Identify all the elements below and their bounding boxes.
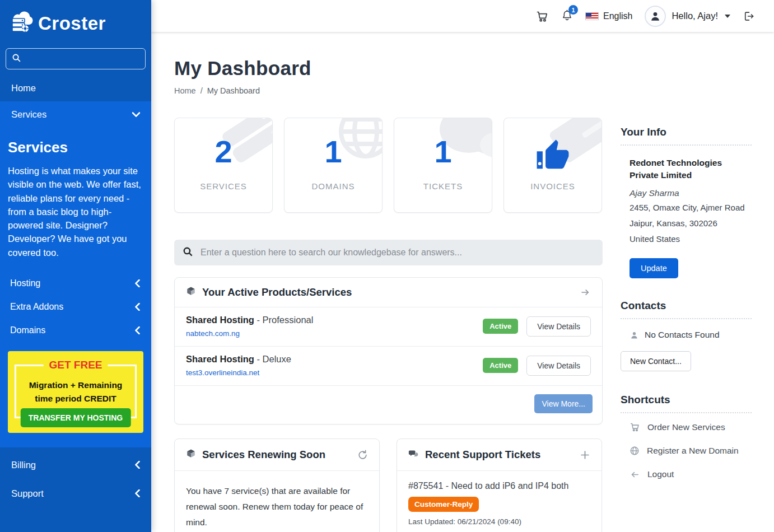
breadcrumb-home[interactable]: Home — [174, 86, 196, 95]
sidebar-item-label: Billing — [11, 460, 36, 470]
renewing-soon-text: You have 7 service(s) that are available… — [175, 471, 379, 532]
no-contacts-label: No Contacts Found — [645, 330, 720, 340]
shortcut-label: Logout — [647, 469, 674, 479]
knowledgebase-search-input[interactable] — [201, 248, 594, 258]
shortcut-label: Register a New Domain — [647, 446, 739, 456]
address-line: United States — [630, 233, 752, 245]
status-badge: Active — [483, 358, 518, 373]
chevron-left-icon — [135, 303, 140, 311]
stat-card-tickets[interactable]: 1 TICKETS — [394, 118, 492, 213]
refresh-icon[interactable] — [357, 450, 368, 460]
bottom-panels: Services Renewing Soon You have 7 servic… — [174, 438, 603, 532]
product-name: Shared Hosting - Deluxe — [186, 354, 291, 365]
sidebar-item-label: Extra Addons — [10, 302, 63, 312]
support-tickets-header: Recent Support Tickets — [397, 439, 602, 471]
status-badge: Active — [483, 319, 518, 334]
top-header: 1 English Hello, Ajay! — [151, 0, 774, 32]
stat-card-services[interactable]: 2 SERVICES — [174, 118, 273, 213]
sidebar-item-services[interactable]: Services — [0, 101, 151, 128]
product-name: Shared Hosting - Professional — [186, 315, 313, 325]
search-icon — [183, 246, 193, 259]
active-products-header: Your Active Products/Services — [175, 278, 602, 307]
cart-icon — [630, 422, 640, 432]
stat-label: TICKETS — [394, 181, 492, 191]
shortcut-label: Order New Services — [647, 422, 725, 432]
view-more-button[interactable]: View More... — [534, 394, 593, 413]
promo-banner-frame: GET FREE Migration + Remaining time peri… — [15, 365, 137, 418]
product-domain-link[interactable]: nabtech.com.ng — [186, 329, 313, 338]
sidebar-item-label: Hosting — [10, 278, 40, 288]
divider — [621, 412, 752, 413]
sidebar-item-extra-addons[interactable]: Extra Addons — [8, 295, 143, 319]
divider — [621, 318, 752, 319]
right-rail: Your Info Redonet Technologies Private L… — [621, 32, 752, 532]
active-products-footer: View More... — [175, 386, 602, 424]
notification-badge: 1 — [568, 5, 578, 15]
ticket-status-badge: Customer-Reply — [408, 497, 479, 512]
update-button[interactable]: Update — [630, 258, 678, 278]
user-menu[interactable]: Hello, Ajay! — [645, 6, 730, 27]
stat-card-invoices[interactable]: INVOICES — [503, 118, 602, 213]
promo-text-line2: time period CREDIT — [18, 392, 133, 405]
shortcut-register-domain[interactable]: Register a New Domain — [621, 441, 752, 461]
stat-label: SERVICES — [175, 181, 272, 191]
sidebar-item-hosting[interactable]: Hosting — [8, 272, 143, 295]
language-label: English — [603, 11, 632, 21]
stat-label: INVOICES — [504, 181, 602, 191]
account-holder-name: Ajay Sharma — [630, 188, 752, 198]
breadcrumb-separator: / — [201, 86, 203, 95]
product-plan: - Professional — [257, 315, 314, 325]
divider — [621, 144, 752, 146]
sidebar-item-billing[interactable]: Billing — [0, 451, 151, 479]
chevron-left-icon — [135, 489, 140, 497]
sidebar-item-label: Domains — [10, 325, 45, 335]
ticket-item[interactable]: #875541 - Need to add iP6 and IP4 both C… — [397, 471, 602, 532]
promo-text-line1: Migration + Remaining — [18, 379, 133, 392]
new-contact-button[interactable]: New Contact... — [621, 351, 691, 371]
promo-banner: GET FREE Migration + Remaining time peri… — [8, 351, 143, 433]
product-domain-link[interactable]: test3.overlineindia.net — [186, 368, 291, 377]
globe-icon — [630, 446, 640, 456]
content-column: My Dashboard Home / My Dashboard 2 SERVI… — [174, 32, 603, 532]
language-selector[interactable]: English — [585, 11, 632, 21]
product-row: Shared Hosting - Deluxe test3.overlinein… — [175, 347, 602, 386]
address-line: 2455, Omaxe City, Ajmer Road — [630, 202, 752, 214]
panel-title: Your Active Products/Services — [202, 286, 352, 298]
product-type: Shared Hosting — [186, 354, 254, 364]
arrow-right-icon[interactable] — [580, 287, 591, 297]
shortcut-logout[interactable]: Logout — [621, 464, 752, 484]
product-type: Shared Hosting — [186, 315, 254, 325]
company-name: Redonet Technologies Private Limited — [630, 157, 752, 181]
chat-bubbles-icon — [408, 449, 419, 461]
page-title: My Dashboard — [174, 57, 603, 80]
chevron-left-icon — [135, 461, 140, 469]
sidebar-item-domains[interactable]: Domains — [8, 319, 143, 342]
panel-title: Recent Support Tickets — [425, 449, 540, 461]
active-products-panel: Your Active Products/Services Shared Hos… — [174, 277, 603, 424]
product-plan: - Deluxe — [257, 354, 291, 364]
cloud-server-logo-icon — [8, 11, 34, 36]
main-area: My Dashboard Home / My Dashboard 2 SERVI… — [151, 32, 774, 532]
address-line: Jaipur, Kansas, 302026 — [630, 217, 752, 230]
stat-card-domains[interactable]: 1 DOMAINS — [284, 118, 383, 213]
shortcut-order-new-services[interactable]: Order New Services — [621, 417, 752, 437]
breadcrumb-current: My Dashboard — [207, 86, 260, 95]
plus-icon[interactable] — [580, 450, 590, 460]
sidebar-item-home[interactable]: Home — [0, 75, 151, 101]
your-info-heading: Your Info — [621, 126, 752, 138]
sidebar-search-input[interactable] — [26, 54, 139, 64]
ticket-title[interactable]: #875541 - Need to add iP6 and IP4 both — [408, 481, 590, 491]
panel-title: Services Renewing Soon — [202, 449, 325, 461]
avatar — [645, 6, 666, 27]
logout-icon[interactable] — [743, 10, 755, 22]
brand-logo[interactable]: Croster — [0, 0, 151, 41]
support-tickets-panel: Recent Support Tickets #875541 - Need to… — [397, 438, 602, 532]
view-details-button[interactable]: View Details — [526, 316, 591, 337]
sidebar-item-support[interactable]: Support — [0, 479, 151, 508]
sidebar-search-box[interactable] — [6, 48, 146, 69]
view-details-button[interactable]: View Details — [526, 356, 591, 376]
cart-icon[interactable] — [535, 10, 549, 23]
bell-icon[interactable]: 1 — [561, 10, 573, 22]
transfer-hosting-button[interactable]: TRANSFER MY HOSTING — [21, 408, 131, 427]
stat-value: 2 — [175, 136, 272, 167]
